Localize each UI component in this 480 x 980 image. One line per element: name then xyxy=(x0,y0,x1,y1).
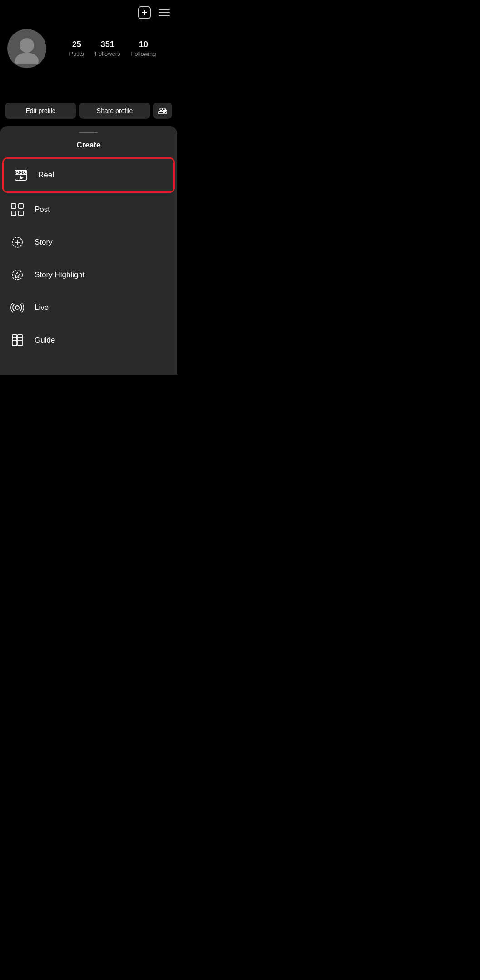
bottom-sheet: Create Reel Post xyxy=(0,126,177,375)
top-bar xyxy=(0,0,177,24)
posts-stat[interactable]: 25 Posts xyxy=(69,40,84,57)
add-person-button[interactable] xyxy=(153,103,172,119)
add-post-icon[interactable] xyxy=(137,5,152,20)
following-stat[interactable]: 10 Following xyxy=(131,40,156,57)
svg-point-7 xyxy=(20,172,22,174)
guide-icon xyxy=(9,332,25,348)
sheet-title: Create xyxy=(0,137,177,157)
live-icon xyxy=(9,299,25,316)
avatar[interactable] xyxy=(7,29,46,68)
svg-rect-14 xyxy=(11,211,16,216)
reel-icon xyxy=(13,167,29,183)
story-highlight-icon xyxy=(9,267,25,283)
post-label: Post xyxy=(35,205,50,214)
svg-point-19 xyxy=(12,270,22,280)
posts-count: 25 xyxy=(72,40,81,49)
svg-rect-13 xyxy=(19,204,23,208)
followers-stat[interactable]: 351 Followers xyxy=(95,40,120,57)
menu-item-post[interactable]: Post xyxy=(0,193,177,226)
handle-bar xyxy=(79,132,98,133)
menu-item-guide[interactable]: Guide xyxy=(0,324,177,357)
story-label: Story xyxy=(35,238,53,247)
edit-profile-button[interactable]: Edit profile xyxy=(5,103,76,119)
posts-label: Posts xyxy=(69,50,84,57)
profile-section: 25 Posts 351 Followers 10 Following xyxy=(0,24,177,75)
svg-point-9 xyxy=(24,172,26,174)
following-count: 10 xyxy=(139,40,148,49)
followers-label: Followers xyxy=(95,50,120,57)
svg-rect-15 xyxy=(19,211,23,216)
svg-rect-12 xyxy=(11,204,16,208)
bio-section xyxy=(0,75,177,103)
menu-item-story-highlight[interactable]: Story Highlight xyxy=(0,259,177,291)
menu-icon[interactable] xyxy=(159,9,170,16)
stats-row: 25 Posts 351 Followers 10 Following xyxy=(55,40,170,57)
svg-point-2 xyxy=(20,38,34,53)
sheet-handle xyxy=(0,126,177,137)
live-label: Live xyxy=(35,303,49,312)
svg-point-3 xyxy=(15,53,39,64)
story-highlight-label: Story Highlight xyxy=(35,270,85,279)
svg-marker-11 xyxy=(20,176,24,180)
profile-buttons: Edit profile Share profile xyxy=(0,103,177,126)
guide-label: Guide xyxy=(35,336,55,345)
svg-point-8 xyxy=(16,172,19,174)
followers-count: 351 xyxy=(101,40,114,49)
svg-point-20 xyxy=(15,306,19,309)
menu-item-story[interactable]: Story xyxy=(0,226,177,259)
following-label: Following xyxy=(131,50,156,57)
reel-label: Reel xyxy=(38,171,54,180)
menu-item-live[interactable]: Live xyxy=(0,291,177,324)
story-icon xyxy=(9,234,25,250)
menu-item-reel[interactable]: Reel xyxy=(4,159,173,191)
post-icon xyxy=(9,201,25,218)
share-profile-button[interactable]: Share profile xyxy=(79,103,150,119)
